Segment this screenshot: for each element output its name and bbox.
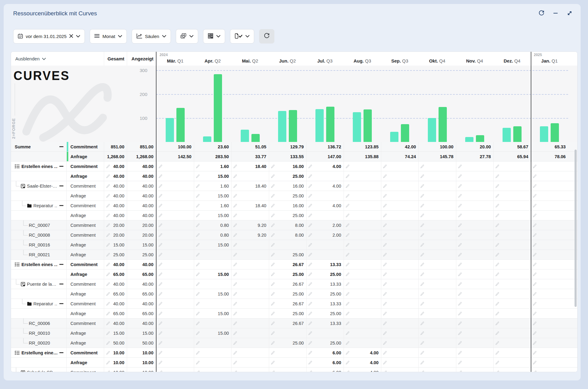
edit-pencil-icon[interactable] <box>158 174 163 178</box>
cell-month[interactable]: 18.40 <box>231 181 269 191</box>
edit-pencil-icon[interactable] <box>458 321 462 326</box>
edit-pencil-icon[interactable] <box>420 321 424 326</box>
cell-month[interactable] <box>418 211 456 220</box>
edit-pencil-icon[interactable] <box>458 311 462 316</box>
edit-pencil-icon[interactable] <box>106 243 110 247</box>
cell-month[interactable] <box>531 318 568 328</box>
edit-pencil-icon[interactable] <box>271 184 275 188</box>
edit-pencil-icon[interactable] <box>383 233 387 237</box>
cell-month[interactable]: 15.00 <box>194 289 231 299</box>
cell-month[interactable] <box>493 191 531 200</box>
edit-pencil-icon[interactable] <box>233 292 237 296</box>
cell-gesamt[interactable]: 10.00 <box>104 358 127 367</box>
cell-month[interactable] <box>194 250 231 259</box>
date-filter-button[interactable]: vor dem 31.01.2025 <box>13 29 85 44</box>
edit-pencil-icon[interactable] <box>158 204 163 208</box>
cell-month[interactable] <box>231 289 269 299</box>
cell-month[interactable] <box>381 269 418 279</box>
edit-pencil-icon[interactable] <box>233 253 237 257</box>
edit-pencil-icon[interactable] <box>345 292 350 296</box>
edit-pencil-icon[interactable] <box>345 262 350 267</box>
cell-month[interactable] <box>418 191 456 200</box>
cell-month[interactable] <box>156 348 194 357</box>
cell-month[interactable] <box>493 358 531 367</box>
cell-month[interactable] <box>418 181 456 191</box>
edit-pencil-icon[interactable] <box>308 253 312 257</box>
cell-month[interactable] <box>456 220 493 230</box>
edit-pencil-icon[interactable] <box>196 282 200 286</box>
edit-pencil-icon[interactable] <box>458 351 462 355</box>
cell-month[interactable] <box>493 230 531 240</box>
edit-pencil-icon[interactable] <box>196 272 200 276</box>
expand-icon[interactable] <box>566 10 573 17</box>
cell-month[interactable] <box>418 328 456 338</box>
edit-pencil-icon[interactable] <box>106 204 110 208</box>
cell-month[interactable]: 9.20 <box>231 230 269 240</box>
edit-pencil-icon[interactable] <box>495 360 499 365</box>
cell-month[interactable]: 15.00 <box>194 171 231 181</box>
edit-pencil-icon[interactable] <box>271 331 275 335</box>
cell-month[interactable] <box>418 309 456 318</box>
cell-month[interactable] <box>531 181 568 191</box>
cell-month[interactable] <box>381 348 418 357</box>
edit-pencil-icon[interactable] <box>495 292 499 296</box>
cell-gesamt[interactable]: 40.00 <box>104 191 127 200</box>
cell-month[interactable] <box>381 201 418 210</box>
edit-pencil-icon[interactable] <box>495 282 499 286</box>
collapse-toggle[interactable] <box>59 303 63 304</box>
refresh-data-button[interactable] <box>259 29 274 44</box>
edit-pencil-icon[interactable] <box>345 311 350 316</box>
edit-pencil-icon[interactable] <box>383 331 387 335</box>
cell-month[interactable] <box>531 191 568 200</box>
cell-month[interactable] <box>381 368 418 372</box>
edit-pencil-icon[interactable] <box>495 321 499 326</box>
edit-pencil-icon[interactable] <box>345 253 350 257</box>
cell-month[interactable] <box>381 328 418 338</box>
cell-gesamt[interactable]: 25.00 <box>104 250 127 259</box>
vertical-scrollbar[interactable] <box>575 150 577 307</box>
edit-pencil-icon[interactable] <box>533 272 537 276</box>
collapse-toggle[interactable] <box>59 166 63 167</box>
cell-month[interactable]: 16.00 <box>269 162 306 171</box>
edit-pencil-icon[interactable] <box>271 272 275 276</box>
edit-pencil-icon[interactable] <box>196 262 200 267</box>
edit-pencil-icon[interactable] <box>533 174 537 178</box>
cell-gesamt[interactable]: 40.00 <box>104 171 127 181</box>
refresh-window-icon[interactable] <box>538 10 545 17</box>
edit-pencil-icon[interactable] <box>158 243 163 247</box>
edit-pencil-icon[interactable] <box>106 253 110 257</box>
cell-month[interactable]: 6.00 <box>306 358 344 367</box>
cell-month[interactable] <box>269 368 306 372</box>
edit-pencil-icon[interactable] <box>383 360 387 365</box>
cell-month[interactable] <box>306 250 344 259</box>
edit-pencil-icon[interactable] <box>383 282 387 286</box>
edit-pencil-icon[interactable] <box>106 351 110 355</box>
edit-pencil-icon[interactable] <box>495 311 499 316</box>
edit-pencil-icon[interactable] <box>383 223 387 227</box>
edit-pencil-icon[interactable] <box>458 223 462 227</box>
cell-month[interactable] <box>344 328 381 338</box>
cell-month[interactable] <box>381 230 418 240</box>
cell-month[interactable]: 15.00 <box>194 211 231 220</box>
edit-pencil-icon[interactable] <box>233 360 237 365</box>
edit-pencil-icon[interactable] <box>106 282 110 286</box>
edit-pencil-icon[interactable] <box>271 194 275 198</box>
edit-pencil-icon[interactable] <box>308 243 312 247</box>
edit-pencil-icon[interactable] <box>458 262 462 267</box>
cell-month[interactable] <box>456 211 493 220</box>
edit-pencil-icon[interactable] <box>495 243 499 247</box>
minimize-icon[interactable] <box>552 10 559 17</box>
edit-pencil-icon[interactable] <box>308 302 312 306</box>
edit-pencil-icon[interactable] <box>106 223 110 227</box>
edit-pencil-icon[interactable] <box>458 213 462 218</box>
edit-pencil-icon[interactable] <box>196 174 200 178</box>
edit-pencil-icon[interactable] <box>308 213 312 218</box>
cell-month[interactable] <box>156 171 194 181</box>
cell-month[interactable] <box>306 211 344 220</box>
edit-pencil-icon[interactable] <box>106 292 110 296</box>
edit-pencil-icon[interactable] <box>458 282 462 286</box>
cell-month[interactable] <box>231 309 269 318</box>
cell-month[interactable] <box>493 201 531 210</box>
edit-pencil-icon[interactable] <box>345 302 350 306</box>
edit-pencil-icon[interactable] <box>345 174 350 178</box>
